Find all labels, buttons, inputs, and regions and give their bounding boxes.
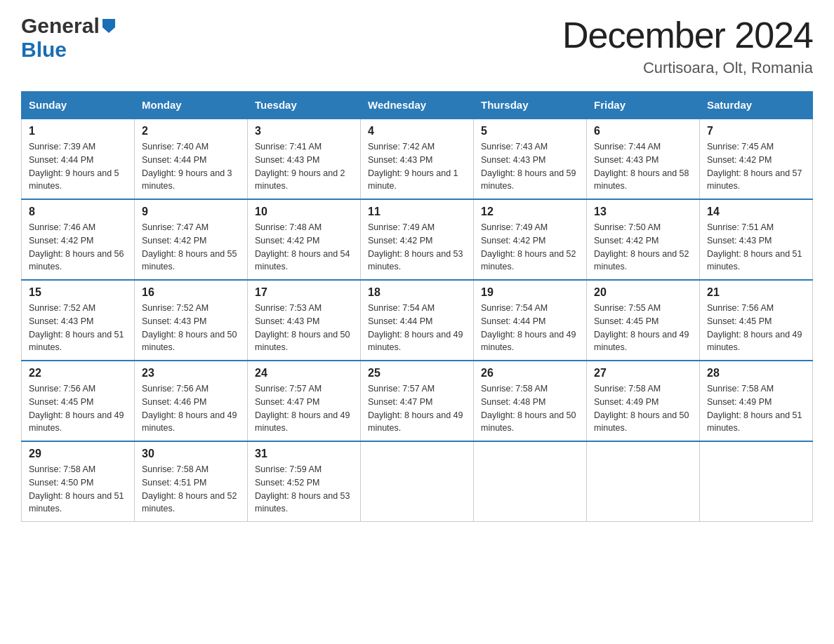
day-info: Sunrise: 7:49 AMSunset: 4:42 PMDaylight:…: [368, 221, 466, 274]
day-number: 2: [142, 125, 240, 137]
day-cell-5: 5 Sunrise: 7:43 AMSunset: 4:43 PMDayligh…: [474, 119, 587, 199]
day-cell-14: 14 Sunrise: 7:51 AMSunset: 4:43 PMDaylig…: [700, 199, 813, 280]
day-number: 10: [255, 206, 353, 218]
week-row-2: 8 Sunrise: 7:46 AMSunset: 4:42 PMDayligh…: [22, 199, 813, 280]
day-info: Sunrise: 7:58 AMSunset: 4:49 PMDaylight:…: [594, 382, 692, 435]
page-header: General Blue December 2024 Curtisoara, O…: [21, 14, 813, 77]
day-cell-11: 11 Sunrise: 7:49 AMSunset: 4:42 PMDaylig…: [361, 199, 474, 280]
day-number: 9: [142, 206, 240, 218]
day-cell-20: 20 Sunrise: 7:55 AMSunset: 4:45 PMDaylig…: [587, 280, 700, 361]
day-info: Sunrise: 7:53 AMSunset: 4:43 PMDaylight:…: [255, 302, 353, 354]
day-number: 3: [255, 125, 353, 137]
day-number: 17: [255, 286, 353, 299]
day-cell-17: 17 Sunrise: 7:53 AMSunset: 4:43 PMDaylig…: [248, 280, 361, 361]
day-info: Sunrise: 7:55 AMSunset: 4:45 PMDaylight:…: [594, 302, 692, 354]
day-info: Sunrise: 7:58 AMSunset: 4:49 PMDaylight:…: [707, 382, 805, 435]
day-cell-12: 12 Sunrise: 7:49 AMSunset: 4:42 PMDaylig…: [474, 199, 587, 280]
day-number: 31: [255, 448, 353, 460]
day-cell-25: 25 Sunrise: 7:57 AMSunset: 4:47 PMDaylig…: [361, 361, 474, 441]
month-title: December 2024: [562, 14, 813, 56]
day-number: 4: [368, 125, 466, 137]
empty-cell: [361, 441, 474, 522]
day-cell-9: 9 Sunrise: 7:47 AMSunset: 4:42 PMDayligh…: [135, 199, 248, 280]
day-number: 6: [594, 125, 692, 137]
day-info: Sunrise: 7:43 AMSunset: 4:43 PMDaylight:…: [481, 140, 579, 193]
day-cell-6: 6 Sunrise: 7:44 AMSunset: 4:43 PMDayligh…: [587, 119, 700, 199]
day-info: Sunrise: 7:58 AMSunset: 4:50 PMDaylight:…: [29, 463, 127, 516]
day-info: Sunrise: 7:46 AMSunset: 4:42 PMDaylight:…: [29, 221, 127, 274]
svg-marker-0: [102, 19, 115, 33]
day-info: Sunrise: 7:52 AMSunset: 4:43 PMDaylight:…: [29, 302, 127, 354]
day-info: Sunrise: 7:49 AMSunset: 4:42 PMDaylight:…: [481, 221, 579, 274]
day-number: 16: [142, 286, 240, 299]
day-number: 23: [142, 367, 240, 380]
day-number: 24: [255, 367, 353, 380]
day-cell-18: 18 Sunrise: 7:54 AMSunset: 4:44 PMDaylig…: [361, 280, 474, 361]
logo-blue-text: Blue: [21, 38, 67, 61]
logo: General Blue: [21, 14, 115, 62]
day-cell-2: 2 Sunrise: 7:40 AMSunset: 4:44 PMDayligh…: [135, 119, 248, 199]
day-cell-8: 8 Sunrise: 7:46 AMSunset: 4:42 PMDayligh…: [22, 199, 135, 280]
day-info: Sunrise: 7:54 AMSunset: 4:44 PMDaylight:…: [481, 302, 579, 354]
day-number: 21: [707, 286, 805, 299]
day-info: Sunrise: 7:56 AMSunset: 4:45 PMDaylight:…: [707, 302, 805, 354]
day-cell-28: 28 Sunrise: 7:58 AMSunset: 4:49 PMDaylig…: [700, 361, 813, 441]
day-number: 7: [707, 125, 805, 137]
day-number: 19: [481, 286, 579, 299]
day-cell-23: 23 Sunrise: 7:56 AMSunset: 4:46 PMDaylig…: [135, 361, 248, 441]
day-cell-24: 24 Sunrise: 7:57 AMSunset: 4:47 PMDaylig…: [248, 361, 361, 441]
day-info: Sunrise: 7:58 AMSunset: 4:51 PMDaylight:…: [142, 463, 240, 516]
empty-cell: [700, 441, 813, 522]
col-friday: Friday: [587, 92, 700, 119]
day-number: 15: [29, 286, 127, 299]
day-info: Sunrise: 7:44 AMSunset: 4:43 PMDaylight:…: [594, 140, 692, 193]
day-number: 28: [707, 367, 805, 380]
day-info: Sunrise: 7:54 AMSunset: 4:44 PMDaylight:…: [368, 302, 466, 354]
day-number: 29: [29, 448, 127, 460]
day-info: Sunrise: 7:57 AMSunset: 4:47 PMDaylight:…: [255, 382, 353, 435]
col-saturday: Saturday: [700, 92, 813, 119]
day-number: 27: [594, 367, 692, 380]
day-info: Sunrise: 7:40 AMSunset: 4:44 PMDaylight:…: [142, 140, 240, 193]
day-cell-21: 21 Sunrise: 7:56 AMSunset: 4:45 PMDaylig…: [700, 280, 813, 361]
day-info: Sunrise: 7:45 AMSunset: 4:42 PMDaylight:…: [707, 140, 805, 193]
day-info: Sunrise: 7:39 AMSunset: 4:44 PMDaylight:…: [29, 140, 127, 193]
day-number: 30: [142, 448, 240, 460]
day-number: 26: [481, 367, 579, 380]
col-monday: Monday: [135, 92, 248, 119]
day-cell-3: 3 Sunrise: 7:41 AMSunset: 4:43 PMDayligh…: [248, 119, 361, 199]
day-info: Sunrise: 7:47 AMSunset: 4:42 PMDaylight:…: [142, 221, 240, 274]
day-cell-7: 7 Sunrise: 7:45 AMSunset: 4:42 PMDayligh…: [700, 119, 813, 199]
day-number: 8: [29, 206, 127, 218]
day-cell-13: 13 Sunrise: 7:50 AMSunset: 4:42 PMDaylig…: [587, 199, 700, 280]
day-info: Sunrise: 7:58 AMSunset: 4:48 PMDaylight:…: [481, 382, 579, 435]
day-cell-16: 16 Sunrise: 7:52 AMSunset: 4:43 PMDaylig…: [135, 280, 248, 361]
col-wednesday: Wednesday: [361, 92, 474, 119]
day-info: Sunrise: 7:56 AMSunset: 4:45 PMDaylight:…: [29, 382, 127, 435]
day-cell-31: 31 Sunrise: 7:59 AMSunset: 4:52 PMDaylig…: [248, 441, 361, 522]
day-number: 20: [594, 286, 692, 299]
col-sunday: Sunday: [22, 92, 135, 119]
day-number: 11: [368, 206, 466, 218]
day-info: Sunrise: 7:48 AMSunset: 4:42 PMDaylight:…: [255, 221, 353, 274]
day-cell-4: 4 Sunrise: 7:42 AMSunset: 4:43 PMDayligh…: [361, 119, 474, 199]
day-number: 18: [368, 286, 466, 299]
week-row-1: 1 Sunrise: 7:39 AMSunset: 4:44 PMDayligh…: [22, 119, 813, 199]
day-cell-26: 26 Sunrise: 7:58 AMSunset: 4:48 PMDaylig…: [474, 361, 587, 441]
day-info: Sunrise: 7:56 AMSunset: 4:46 PMDaylight:…: [142, 382, 240, 435]
day-cell-19: 19 Sunrise: 7:54 AMSunset: 4:44 PMDaylig…: [474, 280, 587, 361]
calendar-table: Sunday Monday Tuesday Wednesday Thursday…: [21, 91, 813, 522]
col-thursday: Thursday: [474, 92, 587, 119]
day-cell-27: 27 Sunrise: 7:58 AMSunset: 4:49 PMDaylig…: [587, 361, 700, 441]
day-cell-10: 10 Sunrise: 7:48 AMSunset: 4:42 PMDaylig…: [248, 199, 361, 280]
empty-cell: [587, 441, 700, 522]
day-cell-30: 30 Sunrise: 7:58 AMSunset: 4:51 PMDaylig…: [135, 441, 248, 522]
day-cell-22: 22 Sunrise: 7:56 AMSunset: 4:45 PMDaylig…: [22, 361, 135, 441]
day-info: Sunrise: 7:42 AMSunset: 4:43 PMDaylight:…: [368, 140, 466, 193]
day-info: Sunrise: 7:51 AMSunset: 4:43 PMDaylight:…: [707, 221, 805, 274]
week-row-5: 29 Sunrise: 7:58 AMSunset: 4:50 PMDaylig…: [22, 441, 813, 522]
day-cell-15: 15 Sunrise: 7:52 AMSunset: 4:43 PMDaylig…: [22, 280, 135, 361]
title-section: December 2024 Curtisoara, Olt, Romania: [562, 14, 813, 77]
calendar-header-row: Sunday Monday Tuesday Wednesday Thursday…: [22, 92, 813, 119]
day-number: 25: [368, 367, 466, 380]
